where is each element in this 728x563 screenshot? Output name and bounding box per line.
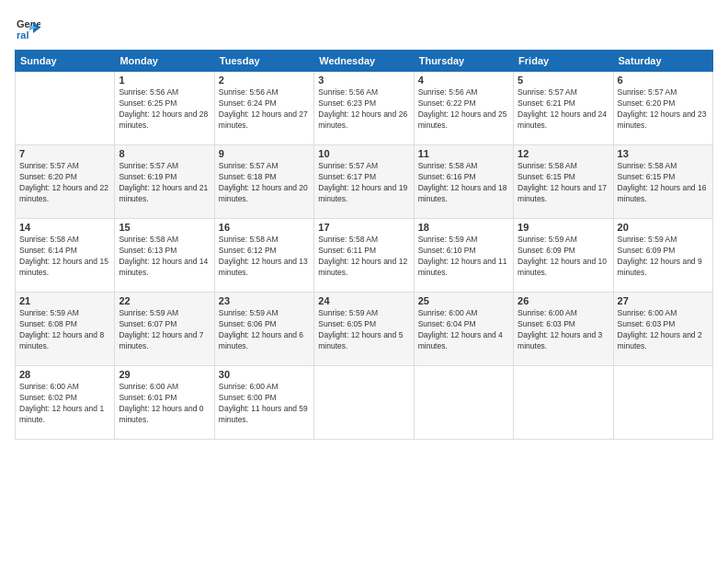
logo: Gene ral [15,15,42,40]
day-info: Sunrise: 5:59 AMSunset: 6:05 PMDaylight:… [318,308,409,352]
page-header: Gene ral [15,15,713,40]
calendar-day-29: 29Sunrise: 6:00 AMSunset: 6:01 PMDayligh… [115,366,214,440]
calendar-header-row: SundayMondayTuesdayWednesdayThursdayFrid… [16,51,713,72]
day-number: 29 [119,369,210,380]
calendar-header-thursday: Thursday [414,51,513,72]
calendar-empty-cell [414,366,513,440]
day-info: Sunrise: 5:58 AMSunset: 6:16 PMDaylight:… [418,161,509,205]
calendar-day-23: 23Sunrise: 5:59 AMSunset: 6:06 PMDayligh… [214,293,313,366]
day-info: Sunrise: 5:57 AMSunset: 6:19 PMDaylight:… [119,161,210,205]
day-number: 16 [219,222,310,233]
day-info: Sunrise: 5:57 AMSunset: 6:18 PMDaylight:… [219,161,310,205]
calendar-day-13: 13Sunrise: 5:58 AMSunset: 6:15 PMDayligh… [613,145,712,219]
day-number: 1 [119,75,210,86]
calendar-day-11: 11Sunrise: 5:58 AMSunset: 6:16 PMDayligh… [414,145,513,219]
day-info: Sunrise: 6:00 AMSunset: 6:04 PMDaylight:… [418,308,509,352]
calendar-week-row: 28Sunrise: 6:00 AMSunset: 6:02 PMDayligh… [16,366,713,440]
calendar-week-row: 1Sunrise: 5:56 AMSunset: 6:25 PMDaylight… [16,72,713,145]
calendar-header-monday: Monday [115,51,214,72]
day-number: 28 [19,369,110,380]
day-number: 22 [119,295,210,306]
day-number: 11 [418,148,509,159]
calendar-empty-cell [613,366,712,440]
calendar-week-row: 14Sunrise: 5:58 AMSunset: 6:14 PMDayligh… [16,219,713,293]
day-number: 8 [119,148,210,159]
day-info: Sunrise: 5:56 AMSunset: 6:23 PMDaylight:… [318,87,409,132]
day-number: 24 [318,295,409,306]
calendar-header-wednesday: Wednesday [314,51,414,72]
day-info: Sunrise: 5:58 AMSunset: 6:15 PMDaylight:… [618,161,709,205]
day-info: Sunrise: 5:57 AMSunset: 6:20 PMDaylight:… [19,161,110,205]
day-number: 14 [19,222,110,233]
logo-icon: Gene ral [15,15,40,40]
calendar-day-24: 24Sunrise: 5:59 AMSunset: 6:05 PMDayligh… [314,293,414,366]
day-number: 23 [219,295,310,306]
calendar-day-25: 25Sunrise: 6:00 AMSunset: 6:04 PMDayligh… [414,293,513,366]
calendar-day-10: 10Sunrise: 5:57 AMSunset: 6:17 PMDayligh… [314,145,414,219]
calendar-day-30: 30Sunrise: 6:00 AMSunset: 6:00 PMDayligh… [214,366,313,440]
day-info: Sunrise: 5:56 AMSunset: 6:25 PMDaylight:… [119,87,210,132]
day-info: Sunrise: 5:59 AMSunset: 6:07 PMDaylight:… [119,308,210,352]
calendar-day-20: 20Sunrise: 5:59 AMSunset: 6:09 PMDayligh… [613,219,712,293]
calendar-week-row: 21Sunrise: 5:59 AMSunset: 6:08 PMDayligh… [16,293,713,366]
calendar-day-16: 16Sunrise: 5:58 AMSunset: 6:12 PMDayligh… [214,219,313,293]
calendar-day-21: 21Sunrise: 5:59 AMSunset: 6:08 PMDayligh… [16,293,115,366]
day-info: Sunrise: 6:00 AMSunset: 6:03 PMDaylight:… [518,308,609,352]
day-number: 2 [219,75,310,86]
calendar-day-14: 14Sunrise: 5:58 AMSunset: 6:14 PMDayligh… [16,219,115,293]
calendar-empty-cell [16,72,115,145]
day-number: 7 [19,148,110,159]
calendar-empty-cell [514,366,613,440]
day-info: Sunrise: 5:58 AMSunset: 6:11 PMDaylight:… [318,235,409,279]
calendar-day-7: 7Sunrise: 5:57 AMSunset: 6:20 PMDaylight… [16,145,115,219]
calendar-header-tuesday: Tuesday [214,51,313,72]
day-info: Sunrise: 5:58 AMSunset: 6:13 PMDaylight:… [119,235,210,279]
day-number: 15 [119,222,210,233]
day-info: Sunrise: 5:59 AMSunset: 6:08 PMDaylight:… [19,308,110,352]
day-number: 19 [518,222,609,233]
calendar-day-5: 5Sunrise: 5:57 AMSunset: 6:21 PMDaylight… [514,72,613,145]
day-number: 5 [518,75,609,86]
day-info: Sunrise: 5:58 AMSunset: 6:12 PMDaylight:… [219,235,310,279]
day-number: 17 [318,222,409,233]
day-info: Sunrise: 5:58 AMSunset: 6:15 PMDaylight:… [518,161,609,205]
day-number: 6 [618,75,709,86]
day-number: 26 [518,295,609,306]
day-info: Sunrise: 5:59 AMSunset: 6:09 PMDaylight:… [618,235,709,279]
day-number: 9 [219,148,310,159]
calendar-day-22: 22Sunrise: 5:59 AMSunset: 6:07 PMDayligh… [115,293,214,366]
calendar-day-17: 17Sunrise: 5:58 AMSunset: 6:11 PMDayligh… [314,219,414,293]
day-info: Sunrise: 6:00 AMSunset: 6:00 PMDaylight:… [219,382,310,426]
calendar-day-9: 9Sunrise: 5:57 AMSunset: 6:18 PMDaylight… [214,145,313,219]
calendar-header-friday: Friday [514,51,613,72]
day-number: 25 [418,295,509,306]
day-info: Sunrise: 6:00 AMSunset: 6:03 PMDaylight:… [618,308,709,352]
day-info: Sunrise: 5:59 AMSunset: 6:06 PMDaylight:… [219,308,310,352]
day-info: Sunrise: 5:56 AMSunset: 6:24 PMDaylight:… [219,87,310,132]
day-number: 12 [518,148,609,159]
day-info: Sunrise: 5:57 AMSunset: 6:21 PMDaylight:… [518,87,609,132]
calendar-day-12: 12Sunrise: 5:58 AMSunset: 6:15 PMDayligh… [514,145,613,219]
calendar-day-15: 15Sunrise: 5:58 AMSunset: 6:13 PMDayligh… [115,219,214,293]
calendar-day-3: 3Sunrise: 5:56 AMSunset: 6:23 PMDaylight… [314,72,414,145]
calendar-day-8: 8Sunrise: 5:57 AMSunset: 6:19 PMDaylight… [115,145,214,219]
day-info: Sunrise: 5:59 AMSunset: 6:10 PMDaylight:… [418,235,509,279]
day-info: Sunrise: 6:00 AMSunset: 6:02 PMDaylight:… [19,382,110,426]
day-number: 27 [618,295,709,306]
svg-text:ral: ral [17,29,28,40]
day-number: 21 [19,295,110,306]
day-info: Sunrise: 6:00 AMSunset: 6:01 PMDaylight:… [119,382,210,426]
day-number: 30 [219,369,310,380]
calendar-header-sunday: Sunday [16,51,115,72]
calendar-day-27: 27Sunrise: 6:00 AMSunset: 6:03 PMDayligh… [613,293,712,366]
calendar-day-4: 4Sunrise: 5:56 AMSunset: 6:22 PMDaylight… [414,72,513,145]
calendar-day-26: 26Sunrise: 6:00 AMSunset: 6:03 PMDayligh… [514,293,613,366]
calendar-table: SundayMondayTuesdayWednesdayThursdayFrid… [15,50,713,440]
day-info: Sunrise: 5:59 AMSunset: 6:09 PMDaylight:… [518,235,609,279]
calendar-day-28: 28Sunrise: 6:00 AMSunset: 6:02 PMDayligh… [16,366,115,440]
day-number: 18 [418,222,509,233]
calendar-day-19: 19Sunrise: 5:59 AMSunset: 6:09 PMDayligh… [514,219,613,293]
day-number: 3 [318,75,409,86]
day-info: Sunrise: 5:56 AMSunset: 6:22 PMDaylight:… [418,87,509,132]
day-number: 4 [418,75,509,86]
